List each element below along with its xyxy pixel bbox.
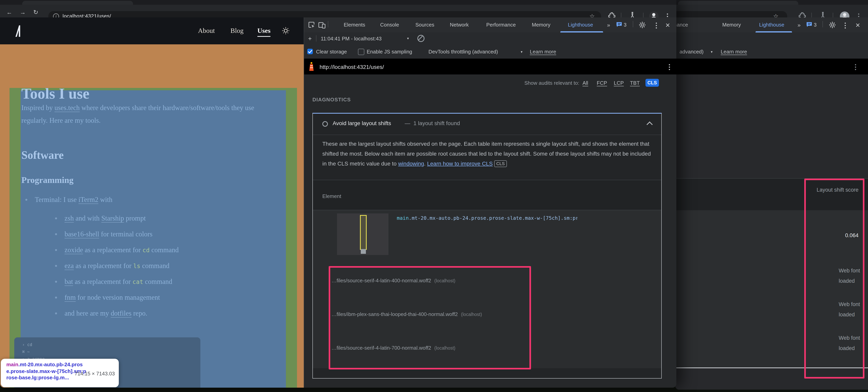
show-audits-label: Show audits relevant to: [463, 80, 579, 86]
back-icon[interactable]: ← [6, 9, 12, 15]
font-file-row: …files/source-serif-4-latin-400-normal.w… [332, 277, 455, 283]
js-sampling-label[interactable]: Enable JS sampling [367, 49, 412, 55]
tab-performance-clipped[interactable]: Performance [675, 22, 688, 28]
settings-gear-icon[interactable] [639, 21, 646, 29]
filter-tbt[interactable]: TBT [630, 80, 640, 86]
bullet-icon [55, 217, 57, 219]
terminal-line: ⌘ ~ [22, 349, 30, 354]
tooltip-dimensions: 714.15 × 7143.03 [75, 371, 115, 376]
score-column-header: Layout shift score [786, 185, 859, 195]
report-menu-icon[interactable] [669, 64, 670, 65]
new-report-plus-icon[interactable]: + [308, 35, 312, 42]
devtools-close-icon[interactable]: ✕ [665, 22, 670, 29]
filter-all[interactable]: All [583, 80, 588, 86]
nav-blog[interactable]: Blog [230, 27, 244, 35]
audit-header[interactable]: Avoid large layout shifts — 1 layout shi… [313, 114, 661, 135]
windowing-link[interactable]: windowing [398, 160, 424, 167]
tab-memory[interactable]: Memory [722, 22, 741, 28]
filter-cls-active[interactable]: CLS [646, 79, 659, 87]
bullet-icon [55, 281, 57, 283]
reload-icon[interactable]: ↻ [33, 9, 38, 15]
list-item: and here are my dotfiles repo. [65, 309, 147, 318]
lighthouse-session-row: + 11:04:41 PM - localhost:43 ▾ [304, 32, 676, 45]
tab-lighthouse[interactable]: Lighthouse [759, 22, 784, 28]
element-column-header: Element [322, 193, 341, 199]
tab-console[interactable]: Console [380, 22, 399, 28]
browser-window-back: ☆ Performance Memory Lighthouse » 3 ✕ ad… [675, 0, 868, 390]
lighthouse-report: Show audits relevant to: All FCP LCP TBT… [304, 74, 676, 388]
devtools-close-icon[interactable]: ✕ [855, 22, 860, 29]
row-divider [316, 35, 316, 41]
audit-status-icon [322, 121, 328, 127]
list-item: bat as a replacement for cat command [65, 277, 172, 286]
lighthouse-icon [308, 61, 315, 72]
web-font-loaded-label: Web font loaded [839, 333, 863, 353]
highlighted-element-box [360, 215, 367, 250]
theme-toggle-sun-icon[interactable] [282, 27, 289, 34]
throttling-select[interactable]: DevTools throttling (advanced) [429, 49, 498, 55]
tabbar-divider [328, 21, 328, 27]
learn-more-link[interactable]: Learn more [530, 49, 556, 55]
more-tabs-icon[interactable]: » [607, 22, 610, 28]
collapse-chevron-icon[interactable] [646, 121, 653, 127]
session-label[interactable]: 11:04:41 PM - localhost:43 [321, 36, 381, 41]
thumbnail-scroll-nub [361, 249, 366, 254]
tab-elements[interactable]: Elements [344, 22, 365, 28]
devtools-menu-icon[interactable] [656, 23, 657, 24]
browser-tab[interactable] [22, 1, 133, 5]
clear-storage-label[interactable]: Clear storage [316, 49, 347, 55]
audit-section: Avoid large layout shifts — 1 layout shi… [312, 113, 662, 379]
site-header: About Blog Uses [0, 18, 304, 44]
tabbar-divider [633, 21, 633, 27]
session-dropdown-caret[interactable]: ▾ [407, 36, 409, 40]
bullet-icon [55, 297, 57, 299]
tab-memory[interactable]: Memory [532, 22, 551, 28]
browser-tab[interactable] [678, 1, 798, 5]
tab-network[interactable]: Network [450, 22, 469, 28]
bullet-icon [55, 312, 57, 314]
nav-about[interactable]: About [198, 27, 215, 35]
more-tabs-icon[interactable]: » [798, 22, 801, 28]
devtools-tabbar: Elements Console Sources Network Perform… [304, 18, 676, 33]
report-url: http://localhost:4321/uses/ [319, 64, 384, 70]
list-item: zsh and with Starship prompt [65, 214, 146, 222]
nav-uses[interactable]: Uses [257, 27, 271, 37]
web-font-loaded-label: Web font loaded [839, 266, 863, 286]
intro-paragraph: Inspired by uses.tech where developers s… [21, 101, 278, 127]
device-toolbar-icon[interactable] [318, 21, 326, 29]
site-logo-icon[interactable] [14, 25, 25, 37]
web-font-loaded-label: Web font loaded [839, 299, 863, 320]
filter-fcp[interactable]: FCP [597, 80, 607, 86]
throttling-caret[interactable]: ▾ [521, 50, 523, 54]
console-drawer-badge-icon[interactable] [616, 22, 622, 27]
inspect-element-icon[interactable] [308, 21, 315, 29]
clear-reports-icon[interactable] [417, 35, 425, 42]
forward-icon[interactable]: → [20, 9, 26, 15]
filter-lcp[interactable]: LCP [614, 80, 624, 86]
throttling-clipped-label: advanced) [680, 49, 704, 55]
throttling-caret[interactable]: ▾ [711, 50, 713, 54]
report-menu-icon[interactable] [855, 64, 856, 65]
console-drawer-badge-icon[interactable] [806, 22, 812, 27]
devtools-menu-icon[interactable] [845, 23, 846, 24]
learn-more-link[interactable]: Learn more [721, 49, 747, 55]
report-url-band [675, 59, 868, 74]
clear-storage-checkbox[interactable] [307, 49, 313, 54]
lighthouse-report: Layout shift score 0.064 Web font loaded… [675, 74, 868, 390]
element-selector[interactable]: main.mt-20.mx-auto.pb-24.prose.prose-sla… [397, 215, 577, 221]
tab-performance[interactable]: Performance [486, 22, 516, 28]
browser-menu-icon[interactable] [667, 13, 668, 14]
browser-menu-icon[interactable] [858, 13, 859, 14]
page-title: Tools I use [21, 85, 90, 102]
tab-strip [675, 0, 868, 5]
tooltip-selector: main.mt-20.mx-auto.pb-24.prose.prose-sla… [6, 362, 86, 381]
element-thumbnail [337, 213, 389, 255]
lighthouse-session-row [675, 32, 868, 45]
settings-gear-icon[interactable] [829, 21, 836, 29]
js-sampling-checkbox[interactable] [358, 49, 364, 55]
tab-sources[interactable]: Sources [415, 22, 434, 28]
tab-lighthouse[interactable]: Lighthouse [568, 22, 593, 28]
table-body: main.mt-20.mx-auto.pb-24.prose.prose-sla… [313, 210, 661, 368]
improve-cls-link[interactable]: Learn how to improve CLS [427, 160, 493, 167]
bullet-icon [55, 249, 57, 251]
